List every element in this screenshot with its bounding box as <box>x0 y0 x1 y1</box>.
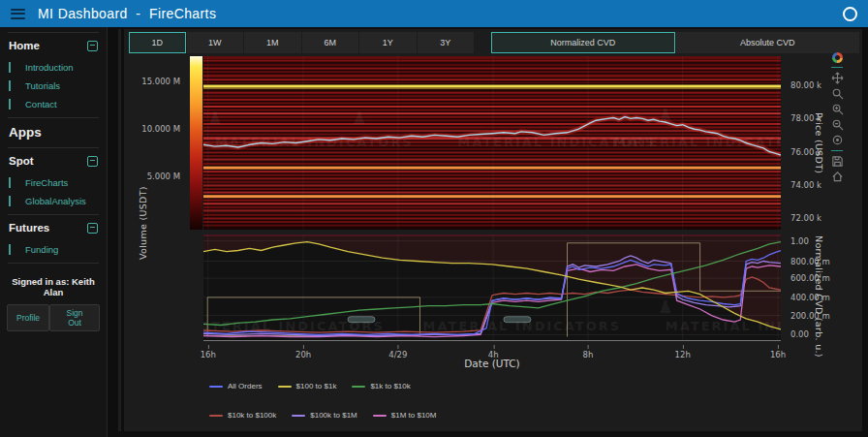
sidebar-item-tutorials[interactable]: Tutorials <box>9 80 107 91</box>
legend-label: $100k to $1M <box>310 411 356 420</box>
svg-text:MATERIAL INDICATORS: MATERIAL INDICATORS <box>422 319 621 333</box>
cvd-mode-group: Normalized CVD Absolute CVD <box>491 32 859 53</box>
normalized-cvd-plot[interactable]: MATERIAL INDICATORSMATERIAL INDICATORSMA… <box>203 234 781 341</box>
legend-swatch-icon <box>352 386 365 388</box>
volume-axis-title: Volume (USDT) <box>138 172 148 260</box>
legend-swatch-icon <box>209 386 223 388</box>
cvd-tick-labels: 1.00800.00 m600.00 m400.00 m200.00 m0.00 <box>787 234 833 341</box>
collapse-icon[interactable] <box>87 223 98 234</box>
divider <box>8 147 99 148</box>
range-button-1m[interactable]: 1M <box>244 32 301 53</box>
pan-icon[interactable] <box>831 72 844 84</box>
sidebar-item-funding[interactable]: Funding <box>9 244 107 255</box>
collapse-icon[interactable] <box>87 41 98 51</box>
sidebar-item-firecharts[interactable]: FireCharts <box>9 177 107 188</box>
normalized-cvd-button[interactable]: Normalized CVD <box>491 32 675 53</box>
sidebar-section-futures[interactable]: Futures <box>9 222 49 234</box>
timerange-group: 1D 1W 1M 6M 1Y 3Y <box>129 32 474 53</box>
absolute-cvd-button[interactable]: Absolute CVD <box>676 32 860 53</box>
reset-axes-icon[interactable] <box>831 171 844 183</box>
y-tick-label: 1.00 <box>790 236 809 246</box>
volume-colorbar <box>190 56 202 230</box>
app-header: MI Dashboard - FireCharts <box>0 0 868 27</box>
y-tick-label: 80.00 k <box>790 80 822 90</box>
y-tick-label: 0.00 <box>790 329 809 339</box>
sidebar-item-introduction[interactable]: Introduction <box>9 62 107 73</box>
y-tick-label: 5.000 M <box>147 172 180 181</box>
y-tick-label: 72.00 k <box>790 213 822 223</box>
main-panel: 1D 1W 1M 6M 1Y 3Y Normalized CVD Absolut… <box>124 29 862 431</box>
legend-label: $10k to $100k <box>228 411 276 420</box>
range-button-1d[interactable]: 1D <box>129 32 186 53</box>
x-axis-tick-labels: 16h20h4/294h8h12h16h <box>203 345 781 357</box>
legend-label: $100 to $1k <box>296 382 337 390</box>
range-button-3y[interactable]: 3Y <box>418 32 475 53</box>
y-tick-label: 74.00 k <box>790 180 822 190</box>
legend-swatch-icon <box>209 415 223 417</box>
price-tick-labels: 80.00 k78.00 k76.00 k74.00 k72.00 k <box>787 56 831 230</box>
range-button-1y[interactable]: 1Y <box>359 32 417 53</box>
zoom-out-icon[interactable] <box>831 118 844 131</box>
sidebar-section-home[interactable]: Home <box>9 40 40 51</box>
divider <box>8 214 99 215</box>
sidebar-section-spot[interactable]: Spot <box>9 155 34 167</box>
autoscale-icon[interactable] <box>831 134 844 146</box>
legend-item[interactable]: $1M to $10M <box>373 411 437 420</box>
signout-button[interactable]: Sign Out <box>49 304 100 331</box>
plotly-modebar <box>828 52 846 183</box>
collapse-icon[interactable] <box>87 156 98 167</box>
legend-label: $1k to $10k <box>370 382 410 390</box>
sidebar-item-globalanalysis[interactable]: GlobalAnalysis <box>9 196 107 206</box>
range-button-1w[interactable]: 1W <box>187 32 244 53</box>
sidebar: Home Introduction Tutorials Contact Apps… <box>0 27 108 437</box>
app-title: MI Dashboard - FireCharts <box>38 6 216 21</box>
divider <box>8 263 99 264</box>
modebar-separator <box>831 150 843 151</box>
modebar-separator <box>831 67 843 68</box>
plotly-logo-icon[interactable] <box>832 52 843 63</box>
sidebar-section-apps: Apps <box>9 125 42 140</box>
price-axis-title: Price (USDT) <box>814 112 824 173</box>
legend-row: $10k to $100k$100k to $1M$1M to $10M <box>209 411 436 420</box>
liquidity-heatmap-plot[interactable]: MATERIAL INDICATORSMATERIAL INDICATORSMA… <box>203 56 781 230</box>
scrollbar[interactable] <box>118 29 121 431</box>
signed-in-label: Signed in as: Keith Alan <box>0 267 107 304</box>
y-tick-label: 15.000 M <box>141 77 180 86</box>
legend-item[interactable]: $100 to $1k <box>278 382 337 390</box>
x-axis-title: Date (UTC) <box>203 358 781 369</box>
y-tick-label: 10.000 M <box>141 124 180 134</box>
legend-swatch-icon <box>278 386 292 388</box>
profile-button[interactable]: Profile <box>7 304 49 331</box>
range-button-6m[interactable]: 6M <box>302 32 359 53</box>
legend-item[interactable]: $10k to $100k <box>209 411 276 420</box>
zoom-in-icon[interactable] <box>831 103 844 115</box>
legend-label: All Orders <box>228 382 263 390</box>
legend-item[interactable]: $1k to $10k <box>352 382 410 390</box>
legend-item[interactable]: $100k to $1M <box>292 411 356 420</box>
sidebar-item-contact[interactable]: Contact <box>9 99 107 109</box>
save-icon[interactable] <box>831 155 844 168</box>
status-ring-icon[interactable] <box>843 7 857 21</box>
svg-text:MATERIAL INDICATORS: MATERIAL INDICATORS <box>666 319 781 333</box>
legend-swatch-icon <box>373 415 387 417</box>
divider <box>8 117 99 118</box>
zoom-icon[interactable] <box>831 87 844 100</box>
legend-label: $1M to $10M <box>391 411 437 420</box>
legend-row: All Orders$100 to $1k$1k to $10k <box>209 382 411 390</box>
cvd-axis-title: Normalized CVD (arb. u.) <box>814 235 824 358</box>
divider <box>8 32 99 33</box>
legend-item[interactable]: All Orders <box>209 382 263 390</box>
legend-swatch-icon <box>292 415 305 417</box>
menu-icon[interactable] <box>11 9 25 19</box>
